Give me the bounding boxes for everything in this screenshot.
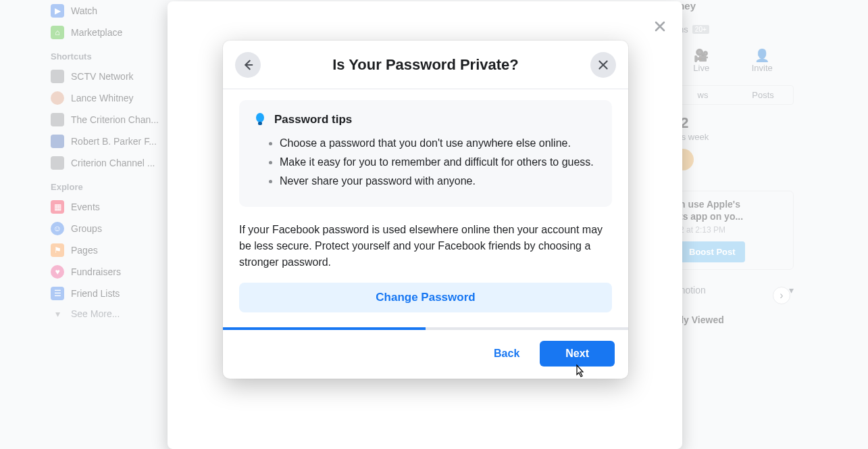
password-privacy-dialog: Is Your Password Private? Password tips …	[223, 41, 628, 379]
svg-rect-1	[258, 122, 262, 125]
dialog-back-button[interactable]	[235, 52, 261, 78]
tip-item: Choose a password that you don't use any…	[280, 135, 597, 151]
tip-item: Make it easy for you to remember and dif…	[280, 154, 597, 170]
tips-list: Choose a password that you don't use any…	[254, 135, 597, 189]
progress-bar	[223, 327, 628, 330]
dialog-body: Password tips Choose a password that you…	[223, 89, 628, 312]
password-tips-box: Password tips Choose a password that you…	[239, 100, 612, 207]
tips-heading-row: Password tips	[254, 112, 597, 127]
outer-close-button[interactable]	[647, 14, 673, 39]
dialog-title: Is Your Password Private?	[332, 56, 519, 74]
tips-heading-text: Password tips	[274, 113, 352, 126]
svg-point-0	[256, 113, 264, 122]
lightbulb-icon	[254, 112, 266, 127]
tip-item: Never share your password with anyone.	[280, 173, 597, 189]
arrow-left-icon	[242, 59, 254, 71]
password-warning-text: If your Facebook password is used elsewh…	[239, 207, 612, 283]
close-icon	[598, 60, 609, 70]
dialog-footer: Back Next	[223, 330, 628, 379]
footer-back-button[interactable]: Back	[484, 341, 529, 367]
progress-fill	[223, 327, 426, 330]
change-password-button[interactable]: Change Password	[239, 283, 612, 312]
close-icon	[653, 20, 667, 33]
dialog-close-button[interactable]	[590, 52, 616, 78]
dialog-header: Is Your Password Private?	[223, 41, 628, 89]
footer-next-button[interactable]: Next	[540, 341, 615, 367]
